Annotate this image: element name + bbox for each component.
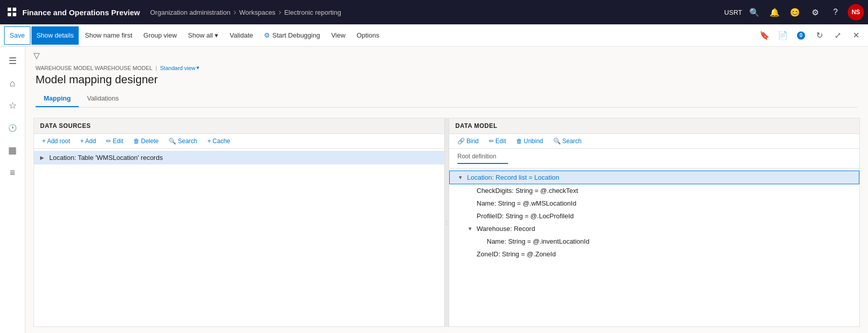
tab-mapping[interactable]: Mapping — [36, 90, 79, 107]
dm-item-label-location: Location: Record list = Location — [467, 174, 559, 181]
toolbar-badge-icon[interactable]: 0 — [793, 27, 809, 44]
user-label: USRT — [724, 9, 742, 16]
page-tabs: Mapping Validations — [36, 90, 858, 108]
dm-item-label-profileid: ProfileID: String = @.LocProfileId — [477, 212, 574, 220]
help-question-icon[interactable]: ? — [827, 4, 844, 20]
data-sources-header: DATA SOURCES — [34, 118, 444, 134]
data-sources-title: DATA SOURCES — [40, 122, 91, 129]
delete-trash-icon: 🗑 — [133, 138, 140, 145]
filter-icon[interactable]: ▽ — [34, 51, 40, 60]
sidebar-hamburger-icon[interactable]: ☰ — [3, 51, 23, 71]
dm-tree-item-name[interactable]: Name: String = @.wMSLocationId — [449, 197, 859, 210]
breadcrumb-item-3[interactable]: Electronic reporting — [284, 9, 341, 16]
dm-tree-item-profileid[interactable]: ProfileID: String = @.LocProfileId — [449, 210, 859, 222]
edit-pencil-icon: ✏ — [106, 138, 111, 145]
sidebar-list-icon[interactable]: ≡ — [3, 162, 23, 183]
data-model-tree: ▼ Location: Record list = Location Check… — [449, 169, 859, 326]
standard-view-button[interactable]: Standard view ▾ — [160, 64, 199, 71]
top-nav-right: USRT 🔍 🔔 😊 ⚙ ? NS — [724, 4, 864, 20]
top-navigation: Finance and Operations Preview Organizat… — [0, 0, 868, 24]
dm-tree-item-warehouse[interactable]: ▼ Warehouse: Record — [449, 222, 859, 235]
bind-link-icon: 🔗 — [457, 138, 465, 145]
dm-item-label-checkdigits: CheckDigits: String = @.checkText — [477, 187, 578, 194]
dm-tree-item-warehouse-name[interactable]: Name: String = @.inventLocationId — [449, 235, 859, 248]
search-dm-icon: 🔍 — [553, 138, 561, 145]
dm-tree-item-checkdigits[interactable]: CheckDigits: String = @.checkText — [449, 184, 859, 197]
data-model-panel: DATA MODEL 🔗 Bind ✏ Edit 🗑 Unbind — [449, 118, 860, 327]
validate-button[interactable]: Validate — [224, 26, 258, 45]
data-sources-panel: DATA SOURCES + Add root + Add ✏ Edit 🗑 D… — [34, 118, 445, 327]
toolbar-open-icon[interactable]: ⤢ — [829, 27, 846, 44]
sidebar-calendar-icon[interactable]: ▦ — [3, 140, 23, 160]
dm-edit-icon: ✏ — [489, 138, 494, 145]
breadcrumb-sep-1: › — [233, 8, 236, 17]
start-debugging-button[interactable]: ⚙ Start Debugging — [259, 26, 325, 45]
tab-validations[interactable]: Validations — [79, 90, 127, 107]
dm-tree-item-location[interactable]: ▼ Location: Record list = Location — [449, 171, 859, 184]
unbind-button[interactable]: 🗑 Unbind — [512, 136, 547, 146]
group-view-button[interactable]: Group view — [139, 26, 182, 45]
sidebar-recent-icon[interactable]: 🕐 — [3, 118, 23, 138]
show-details-button[interactable]: Show details — [31, 26, 79, 45]
unbind-icon: 🗑 — [516, 138, 522, 145]
ds-tree-item-label: Location: Table 'WMSLocation' records — [49, 154, 163, 161]
sidebar-home-icon[interactable]: ⌂ — [3, 73, 23, 93]
bind-button[interactable]: 🔗 Bind — [453, 136, 483, 146]
search-icon[interactable]: 🔍 — [746, 4, 762, 20]
show-name-first-button[interactable]: Show name first — [80, 26, 137, 45]
ds-expand-arrow-icon: ▶ — [40, 155, 46, 160]
dm-tree-item-zoneid[interactable]: ZoneID: String = @.ZoneId — [449, 248, 859, 260]
dm-item-label-warehouse-name: Name: String = @.inventLocationId — [487, 238, 589, 245]
smiley-icon[interactable]: 😊 — [787, 4, 803, 20]
dm-expand-icon-location: ▼ — [458, 175, 465, 180]
data-sources-toolbar: + Add root + Add ✏ Edit 🗑 Delete 🔍 Searc… — [34, 134, 444, 149]
toolbar-close-icon[interactable]: ✕ — [848, 27, 864, 44]
dm-edit-button[interactable]: ✏ Edit — [485, 136, 510, 146]
edit-button[interactable]: ✏ Edit — [102, 136, 127, 146]
filter-area: ▽ — [25, 47, 868, 64]
toolbar-refresh-icon[interactable]: ↻ — [811, 27, 827, 44]
panel-divider[interactable]: ⋮ — [445, 118, 449, 327]
main-layout: ☰ ⌂ ☆ 🕐 ▦ ≡ ▽ WAREHOUSE MODEL WAREHOUSE … — [0, 47, 868, 333]
breadcrumb-item-1[interactable]: Organization administration — [150, 9, 230, 16]
page-breadcrumb: WAREHOUSE MODEL WAREHOUSE MODEL | Standa… — [36, 64, 858, 71]
breadcrumb-sep-2: › — [279, 8, 281, 17]
app-grid-icon[interactable] — [4, 4, 20, 20]
data-sources-tree: ▶ Location: Table 'WMSLocation' records — [34, 149, 444, 326]
sidebar-star-icon[interactable]: ☆ — [3, 95, 23, 116]
dm-item-label-zoneid: ZoneID: String = @.ZoneId — [477, 250, 556, 258]
avatar[interactable]: NS — [848, 4, 864, 20]
debug-icon: ⚙ — [264, 31, 270, 39]
save-button[interactable]: Save — [4, 26, 30, 45]
data-model-toolbar: 🔗 Bind ✏ Edit 🗑 Unbind 🔍 Search — [449, 134, 859, 149]
breadcrumb-item-2[interactable]: Workspaces — [239, 9, 275, 16]
left-sidebar: ☰ ⌂ ☆ 🕐 ▦ ≡ — [0, 47, 25, 333]
search-dm-button[interactable]: 🔍 Search — [549, 136, 586, 146]
data-model-title: DATA MODEL — [455, 122, 497, 129]
settings-gear-icon[interactable]: ⚙ — [807, 4, 823, 20]
page-header: WAREHOUSE MODEL WAREHOUSE MODEL | Standa… — [25, 64, 868, 112]
add-button[interactable]: + Add — [76, 136, 100, 146]
show-all-chevron-icon: ▾ — [215, 31, 218, 39]
breadcrumb: Organization administration › Workspaces… — [150, 8, 722, 17]
dm-expand-icon-warehouse: ▼ — [468, 226, 475, 231]
options-button[interactable]: Options — [351, 26, 384, 45]
page-title: Model mapping designer — [36, 73, 858, 86]
svg-rect-2 — [8, 13, 11, 16]
dm-item-label-warehouse: Warehouse: Record — [477, 225, 535, 232]
svg-rect-1 — [13, 8, 16, 11]
view-button[interactable]: View — [326, 26, 350, 45]
delete-button[interactable]: 🗑 Delete — [129, 136, 163, 146]
ds-tree-item-location[interactable]: ▶ Location: Table 'WMSLocation' records — [34, 151, 444, 164]
search-ds-icon: 🔍 — [169, 138, 176, 145]
search-ds-button[interactable]: 🔍 Search — [164, 136, 201, 146]
app-title: Finance and Operations Preview — [22, 8, 140, 17]
cache-button[interactable]: + Cache — [203, 136, 234, 146]
add-root-button[interactable]: + Add root — [38, 136, 74, 146]
show-all-button[interactable]: Show all ▾ — [183, 26, 223, 45]
notification-bell-icon[interactable]: 🔔 — [766, 4, 783, 20]
svg-rect-0 — [8, 8, 11, 11]
toolbar-bookmark-icon[interactable]: 🔖 — [756, 27, 773, 44]
toolbar-add-tab-icon[interactable]: 📄 — [775, 27, 791, 44]
dm-item-label-name: Name: String = @.wMSLocationId — [477, 199, 576, 207]
